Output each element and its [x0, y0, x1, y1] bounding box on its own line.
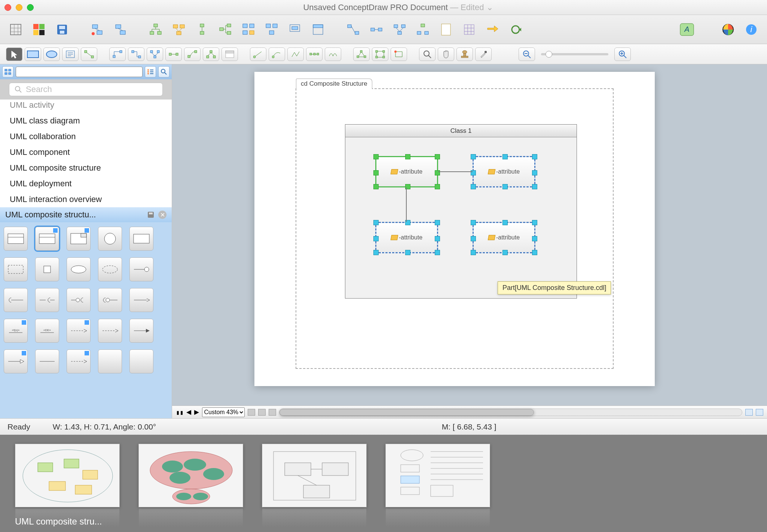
shape-arrow-filled[interactable]	[129, 319, 153, 343]
eyedropper-tool[interactable]	[475, 48, 492, 61]
connector-5-tool[interactable]	[184, 48, 201, 61]
category-item[interactable]: UML class diagram	[0, 113, 172, 129]
connector-7-tool[interactable]	[221, 48, 238, 61]
layout-3-button[interactable]	[287, 21, 303, 38]
shape-window[interactable]	[67, 227, 91, 251]
tree-1-button[interactable]	[147, 21, 164, 38]
sidebar-tree-icon[interactable]	[2, 66, 13, 77]
diagram-frame[interactable]: cd Composite Structure Class 1 -attribut…	[296, 88, 614, 369]
part-top-left[interactable]: -attribute	[375, 156, 438, 187]
grid-view-button[interactable]	[7, 21, 24, 38]
close-library-icon[interactable]: ✕	[158, 211, 166, 219]
shape-flow-label[interactable]: «f(x)»	[4, 319, 28, 343]
refresh-button[interactable]	[507, 21, 524, 38]
shape-edit-3-tool[interactable]	[391, 48, 407, 61]
swap-button[interactable]	[484, 21, 501, 38]
stamp-tool[interactable]	[456, 48, 473, 61]
tree-2-button[interactable]	[171, 21, 187, 38]
text-style-button[interactable]: A	[679, 21, 695, 38]
line-tool[interactable]	[81, 48, 97, 61]
color-palette-button[interactable]	[31, 21, 47, 38]
zoom-slider[interactable]	[541, 53, 608, 55]
next-page-button[interactable]: ▶	[194, 408, 199, 416]
category-item[interactable]: UML composite structure	[0, 160, 172, 176]
shape-lollipop[interactable]	[129, 257, 153, 281]
maximize-window-button[interactable]	[27, 4, 34, 11]
connector-6-tool[interactable]	[203, 48, 219, 61]
curve-2-tool[interactable]	[269, 48, 285, 61]
layout-4-button[interactable]	[310, 21, 326, 38]
class-container[interactable]: Class 1 -attribute -attribute	[345, 124, 577, 299]
document-page[interactable]: cd Composite Structure Class 1 -attribut…	[254, 72, 655, 386]
view-mode-1[interactable]	[248, 409, 255, 416]
shape-ball-socket[interactable]	[67, 288, 91, 312]
part-top-right[interactable]: -attribute	[473, 156, 535, 187]
scrollbar-thumb[interactable]	[279, 409, 534, 416]
connector-v-left[interactable]	[406, 187, 407, 222]
pause-icon[interactable]: ▮▮	[176, 409, 183, 416]
shape-arrow-open[interactable]	[4, 349, 28, 373]
fit-width-icon[interactable]	[745, 409, 753, 416]
shape-edit-2-tool[interactable]	[372, 48, 388, 61]
shape-extra-1[interactable]	[98, 349, 122, 373]
part-bottom-left[interactable]: -attribute	[375, 222, 438, 253]
category-item[interactable]: UML deployment	[0, 176, 172, 192]
close-window-button[interactable]	[4, 4, 11, 11]
zoom-in-button[interactable]	[614, 48, 631, 61]
rectangle-tool[interactable]	[25, 48, 41, 61]
template-thumbnail-1[interactable]	[15, 444, 120, 507]
connector-3-tool[interactable]	[147, 48, 163, 61]
layout-1-button[interactable]	[240, 21, 257, 38]
ellipse-tool[interactable]	[43, 48, 60, 61]
shape-class[interactable]	[4, 227, 28, 251]
shape-socket-left[interactable]	[4, 288, 28, 312]
category-item[interactable]: UML activity	[0, 100, 172, 113]
tree-3-button[interactable]	[194, 21, 210, 38]
shape-arrow[interactable]	[129, 288, 153, 312]
conn-1-button[interactable]	[345, 21, 361, 38]
template-thumbnail-3[interactable]	[262, 444, 367, 507]
conn-3-button[interactable]	[391, 21, 408, 38]
conn-4-button[interactable]	[415, 21, 431, 38]
category-item[interactable]: UML collaboration	[0, 129, 172, 144]
shape-circle[interactable]	[98, 227, 122, 251]
shape-small-square[interactable]	[35, 257, 59, 281]
save-library-icon[interactable]	[147, 211, 155, 218]
shape-socket-mid[interactable]	[35, 288, 59, 312]
connector-1-tool[interactable]	[109, 48, 126, 61]
connector-h-top[interactable]	[438, 171, 473, 172]
shape-de-label[interactable]: «DE»	[35, 319, 59, 343]
connector-4-tool[interactable]	[165, 48, 182, 61]
shape-part[interactable]	[35, 227, 59, 251]
shape-extra-2[interactable]	[129, 349, 153, 373]
sidebar-search-box[interactable]: Search	[9, 83, 163, 96]
sidebar-list-icon[interactable]	[145, 66, 156, 77]
canvas-area[interactable]: cd Composite Structure Class 1 -attribut…	[172, 64, 767, 418]
shape-line-plain[interactable]	[35, 349, 59, 373]
pan-tool[interactable]	[438, 48, 454, 61]
template-thumbnail-2[interactable]	[138, 444, 243, 507]
info-button[interactable]: i	[743, 21, 760, 38]
library-title-bar[interactable]: UML composite structu... ✕	[0, 207, 172, 222]
view-mode-2[interactable]	[258, 409, 266, 416]
shape-dashed-arrow[interactable]	[67, 319, 91, 343]
shape-ball-socket-2[interactable]	[98, 288, 122, 312]
shape-dashed-line-arrow[interactable]	[67, 349, 91, 373]
curve-3-tool[interactable]	[287, 48, 304, 61]
curve-5-tool[interactable]	[325, 48, 341, 61]
minimize-window-button[interactable]	[16, 4, 22, 11]
prev-page-button[interactable]: ◀	[186, 408, 191, 416]
layout-2-button[interactable]	[263, 21, 280, 38]
view-mode-3[interactable]	[269, 409, 276, 416]
shape-rect[interactable]	[129, 227, 153, 251]
zoom-level-select[interactable]: Custom 43%	[202, 407, 245, 417]
pointer-tool[interactable]	[6, 48, 22, 61]
zoom-slider-knob[interactable]	[546, 51, 552, 58]
shape-dashed-rect[interactable]	[4, 257, 28, 281]
part-bottom-right[interactable]: -attribute	[473, 222, 535, 253]
grid-button[interactable]	[461, 21, 477, 38]
fit-page-icon[interactable]	[756, 409, 763, 416]
shape-dashed-arrow-2[interactable]	[98, 319, 122, 343]
category-item[interactable]: UML component	[0, 144, 172, 160]
text-tool[interactable]	[62, 48, 79, 61]
